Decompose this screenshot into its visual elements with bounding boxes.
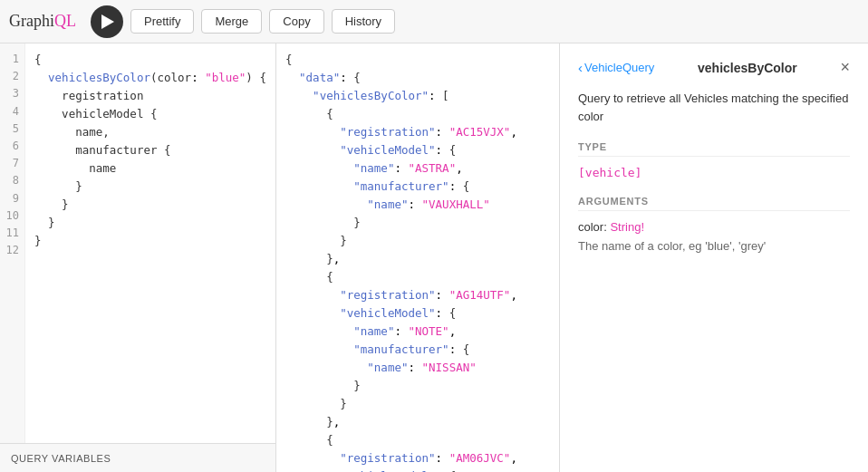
doc-arguments-label: ARGUMENTS xyxy=(578,196,850,211)
logo-ql: QL xyxy=(54,12,76,30)
result-scroll[interactable]: { "data": { "vehiclesByColor": [ { "regi… xyxy=(276,43,559,472)
query-variables-bar[interactable]: QUERY VARIABLES xyxy=(0,443,275,472)
header: GraphiQL Prettify Merge Copy History xyxy=(0,0,868,43)
doc-close-button[interactable]: × xyxy=(840,58,850,77)
prettify-button[interactable]: Prettify xyxy=(130,9,194,34)
doc-type-value[interactable]: [vehicle] xyxy=(578,166,850,179)
query-variables-label: QUERY VARIABLES xyxy=(11,453,111,464)
logo-text: Graphi xyxy=(9,12,54,30)
editor-content[interactable]: { vehiclesByColor(color: "blue") { regis… xyxy=(25,43,275,443)
doc-type-label: TYPE xyxy=(578,141,850,157)
doc-description: Query to retrieve all Vehicles matching … xyxy=(578,90,850,125)
editor-area[interactable]: 123456 789101112 { vehiclesByColor(color… xyxy=(0,43,275,443)
doc-nav-current: vehiclesByColor xyxy=(660,61,834,75)
run-button[interactable] xyxy=(91,5,123,38)
doc-nav: ‹ VehicleQuery vehiclesByColor × xyxy=(578,58,850,77)
doc-back-label[interactable]: VehicleQuery xyxy=(584,61,654,74)
doc-panel: ‹ VehicleQuery vehiclesByColor × Query t… xyxy=(560,43,868,472)
history-button[interactable]: History xyxy=(332,9,395,34)
main-area: 123456 789101112 { vehiclesByColor(color… xyxy=(0,43,868,472)
play-icon xyxy=(101,14,114,29)
arg-key: color xyxy=(578,220,603,234)
chevron-left-icon: ‹ xyxy=(578,60,583,75)
doc-nav-back[interactable]: ‹ VehicleQuery xyxy=(578,60,654,75)
logo: GraphiQL xyxy=(9,12,76,31)
doc-arg-color: color: String! xyxy=(578,220,850,234)
editor-panel: 123456 789101112 { vehiclesByColor(color… xyxy=(0,43,276,472)
result-panel: { "data": { "vehiclesByColor": [ { "regi… xyxy=(276,43,560,472)
arg-type[interactable]: String! xyxy=(610,220,644,234)
merge-button[interactable]: Merge xyxy=(201,9,262,34)
line-numbers: 123456 789101112 xyxy=(0,43,25,443)
copy-button[interactable]: Copy xyxy=(269,9,323,34)
doc-arg-desc: The name of a color, eg 'blue', 'grey' xyxy=(578,237,850,255)
